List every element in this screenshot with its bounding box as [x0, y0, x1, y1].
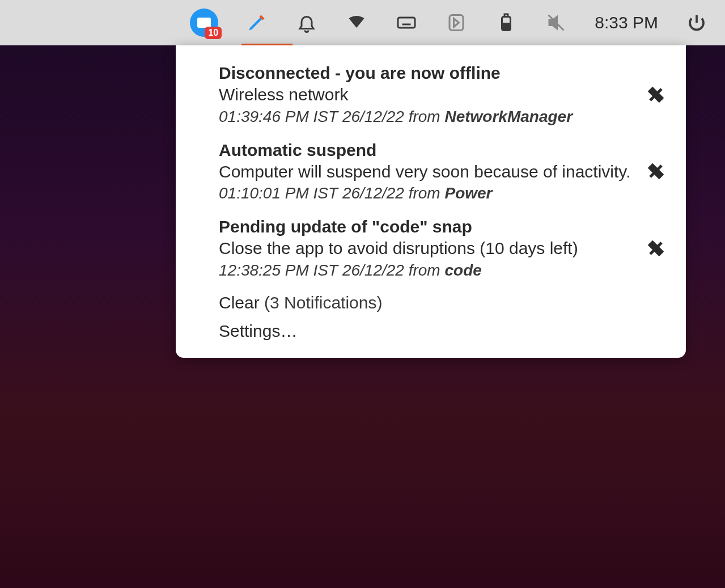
app-indicator[interactable]: 10: [190, 9, 218, 37]
bluetooth-icon[interactable]: [445, 11, 468, 34]
notification-popup: Disconnected - you are now offline Wirel…: [176, 45, 686, 358]
keyboard-icon[interactable]: [395, 11, 418, 34]
svg-rect-7: [450, 15, 463, 31]
notification-meta: 01:39:46 PM IST 26/12/22 from NetworkMan…: [219, 108, 635, 126]
settings-button[interactable]: Settings…: [219, 317, 665, 345]
battery-icon[interactable]: [495, 11, 518, 34]
notification-message: Wireless network: [219, 84, 635, 105]
top-bar: 10 8:33 PM: [0, 0, 725, 45]
pen-icon[interactable]: [245, 11, 268, 34]
notification-message: Close the app to avoid disruptions (10 d…: [219, 238, 635, 259]
notification-item[interactable]: Pending update of "code" snap Close the …: [219, 211, 665, 289]
clock[interactable]: 8:33 PM: [595, 13, 658, 32]
clear-notifications-button[interactable]: Clear (3 Notifications): [219, 289, 665, 317]
close-icon[interactable]: [646, 85, 665, 104]
volume-muted-icon[interactable]: [545, 11, 567, 34]
notification-item[interactable]: Disconnected - you are now offline Wirel…: [219, 58, 665, 135]
clear-count: (3 Notifications): [264, 293, 382, 312]
power-icon[interactable]: [685, 11, 708, 34]
notification-meta: 12:38:25 PM IST 26/12/22 from code: [219, 261, 635, 280]
notification-meta: 01:10:01 PM IST 26/12/22 from Power: [219, 184, 635, 202]
clear-label: Clear: [219, 293, 260, 312]
app-indicator-badge: 10: [205, 27, 222, 39]
notification-title: Pending update of "code" snap: [219, 217, 635, 236]
notification-item[interactable]: Automatic suspend Computer will suspend …: [219, 135, 665, 212]
close-icon[interactable]: [646, 162, 665, 181]
notification-title: Automatic suspend: [219, 141, 635, 160]
notification-message: Computer will suspend very soon because …: [219, 161, 635, 183]
svg-rect-10: [504, 24, 509, 29]
close-icon[interactable]: [646, 239, 665, 258]
notification-title: Disconnected - you are now offline: [219, 64, 635, 83]
bell-icon[interactable]: [295, 11, 318, 34]
svg-rect-9: [504, 14, 508, 17]
svg-rect-1: [398, 18, 415, 28]
wifi-icon[interactable]: [345, 11, 368, 34]
